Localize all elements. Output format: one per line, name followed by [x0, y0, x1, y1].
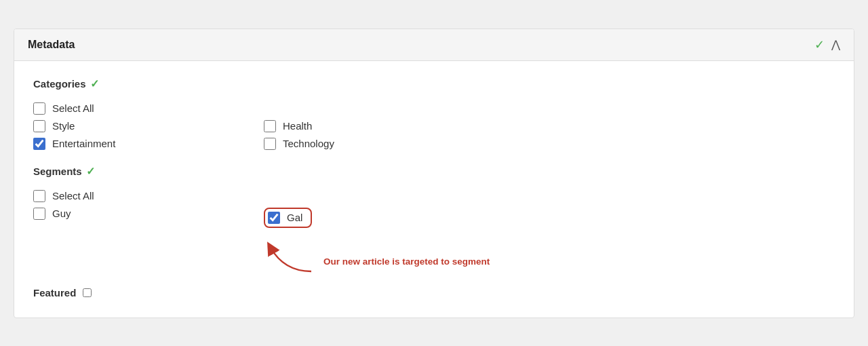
segments-grid: Guy Gal [33, 205, 835, 231]
segments-section: Segments ✓ Select All Guy [33, 165, 835, 275]
segments-title: Segments ✓ [33, 165, 835, 178]
gal-highlight-box: Gal [264, 208, 312, 228]
category-health-label[interactable]: Health [283, 120, 312, 132]
category-style-checkbox[interactable] [33, 120, 45, 132]
categories-title: Categories ✓ [33, 77, 835, 90]
categories-check-icon: ✓ [90, 77, 99, 90]
segment-gal-label[interactable]: Gal [287, 212, 302, 223]
category-technology-label[interactable]: Technology [283, 138, 334, 149]
header-chevron-icon[interactable]: ⋀ [831, 38, 840, 51]
categories-label: Categories [33, 78, 86, 90]
segment-gal-row: Gal [264, 205, 835, 231]
segments-select-all-checkbox[interactable] [33, 190, 45, 202]
categories-select-all-row: Select All [33, 100, 835, 117]
panel-body: Categories ✓ Select All Style [14, 61, 854, 318]
category-health-row: Health [264, 117, 835, 135]
category-technology-row: Technology [264, 135, 835, 153]
category-entertainment-row: Entertainment [33, 135, 264, 153]
category-entertainment-checkbox[interactable] [33, 138, 45, 150]
segment-gal-checkbox[interactable] [268, 212, 280, 224]
featured-section: Featured [33, 287, 835, 299]
segment-guy-row: Guy [33, 205, 264, 223]
featured-checkbox[interactable] [83, 288, 92, 297]
annotation-container: Our new article is targeted to segment [264, 237, 835, 275]
segment-guy-checkbox[interactable] [33, 208, 45, 220]
categories-select-all-checkbox[interactable] [33, 102, 45, 115]
segments-right-col: Gal [264, 205, 835, 231]
categories-section: Categories ✓ Select All Style [33, 77, 835, 153]
categories-left-col: Style Entertainment [33, 117, 264, 153]
category-style-label[interactable]: Style [52, 120, 75, 132]
segments-check-icon: ✓ [86, 165, 95, 178]
category-style-row: Style [33, 117, 264, 135]
metadata-panel: Metadata ✓ ⋀ Categories ✓ Select All [14, 28, 854, 318]
segments-select-all-label[interactable]: Select All [52, 190, 94, 201]
annotation-arrow [264, 237, 318, 275]
header-check-icon: ✓ [814, 37, 825, 52]
categories-grid: Style Entertainment Health Techn [33, 117, 835, 153]
category-technology-checkbox[interactable] [264, 138, 276, 150]
categories-select-all-label[interactable]: Select All [52, 102, 94, 114]
segments-left-col: Guy [33, 205, 264, 231]
annotation-text: Our new article is targeted to segment [323, 256, 490, 267]
category-health-checkbox[interactable] [264, 120, 276, 132]
category-entertainment-label[interactable]: Entertainment [52, 138, 115, 149]
segments-select-all-row: Select All [33, 187, 835, 205]
panel-header: Metadata ✓ ⋀ [14, 29, 854, 61]
segment-guy-label[interactable]: Guy [52, 208, 71, 219]
header-icons: ✓ ⋀ [814, 37, 840, 52]
panel-title: Metadata [28, 39, 75, 51]
categories-right-col: Health Technology [264, 117, 835, 153]
segments-label: Segments [33, 166, 82, 177]
featured-label: Featured [33, 287, 76, 299]
